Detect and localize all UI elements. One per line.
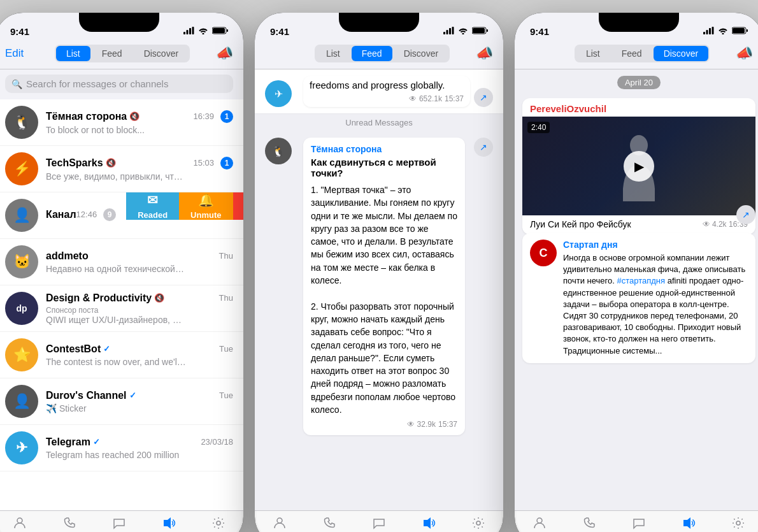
chat-item-telegram[interactable]: ✈ Telegram ✓ 23/03/18 Telegram has reach… — [0, 425, 243, 471]
tab-settings-3[interactable]: Settings — [713, 516, 758, 532]
feed-content-2: ✈ freedoms and progress globally. 👁 652.… — [255, 69, 503, 510]
segment-discover-2[interactable]: Discover — [394, 46, 448, 61]
svg-rect-12 — [449, 28, 451, 34]
chat-name-telegram: Telegram ✓ — [46, 436, 100, 448]
segmented-control-1: List Feed Discover — [55, 45, 190, 62]
chats-icon-2 — [372, 516, 386, 532]
chat-item-swipe: 👤 Канал 12:46 9 — [0, 192, 243, 239]
readed-icon: ✉ — [147, 192, 158, 208]
svg-rect-16 — [487, 29, 488, 32]
tab-calls-2[interactable]: Calls — [304, 516, 354, 532]
tab-calls-3[interactable]: Calls — [564, 516, 614, 532]
startup-content: Стартап дня Иногда в основе огромной ком… — [563, 240, 748, 357]
chat-info-telegram: Telegram ✓ 23/03/18 Telegram has reached… — [46, 436, 233, 460]
chat-time-addmeto: Thu — [219, 251, 233, 261]
chat-name-techsparks: TechSparks 🔇 — [46, 157, 116, 169]
chat-name-addmeto: addmeto — [46, 250, 89, 262]
tab-chats-2[interactable]: Chats — [354, 516, 404, 532]
megaphone-icon-3[interactable]: 📣 — [734, 45, 753, 62]
edit-button-1[interactable]: Edit — [5, 47, 31, 60]
calls-icon-3 — [582, 516, 596, 532]
swipe-delete-btn[interactable]: 🗑 Delete — [233, 192, 244, 220]
avatar-durov: 👤 — [5, 385, 38, 418]
tab-contacts-2[interactable]: Contacts — [255, 516, 304, 532]
unmute-icon: 🔔 — [198, 192, 214, 208]
channels-icon-2 — [422, 516, 436, 532]
channels-icon-3 — [682, 516, 696, 532]
segment-feed-2[interactable]: Feed — [352, 46, 392, 61]
phone-2: 9:41 List Feed — [255, 13, 503, 532]
share-btn-msg[interactable]: ↗ — [474, 138, 493, 157]
avatar-dark-side: 🐧 — [5, 106, 38, 139]
chat-item-durov[interactable]: 👤 Durov's Channel ✓ Tue ✈️ Sticker — [0, 378, 243, 425]
chat-time-techsparks: 15:03 — [193, 158, 214, 168]
tab-chats-1[interactable]: Chats — [94, 516, 144, 532]
segment-discover-3[interactable]: Discover — [654, 46, 708, 61]
play-button[interactable]: ▶ — [624, 151, 654, 182]
tab-chats-3[interactable]: Chats — [614, 516, 664, 532]
startup-avatar: С — [530, 240, 557, 266]
svg-rect-26 — [747, 29, 748, 32]
feed-top-time: 15:37 — [445, 94, 464, 103]
chat-item-contestbot[interactable]: ⭐ ContestBot ✓ Tue The contest is now ov… — [0, 332, 243, 378]
notch-3 — [599, 13, 679, 32]
chat-name-design: Design & Productivity 🔇 — [46, 292, 164, 304]
startup-channel-name: Стартап дня — [563, 240, 748, 250]
wifi-icon-2 — [458, 27, 468, 36]
svg-rect-15 — [473, 28, 485, 33]
search-input-wrap-1[interactable]: 🔍 Search for messages or channels — [5, 75, 233, 93]
chat-item-dark-side[interactable]: 🐧 Тёмная сторона 🔇 16:39 1 — [0, 99, 243, 146]
chats-icon-1 — [112, 516, 126, 532]
chat-name-durov: Durov's Channel ✓ — [46, 390, 136, 401]
search-placeholder-1: Search for messages or channels — [26, 78, 168, 89]
svg-rect-5 — [213, 28, 225, 33]
chat-swipe-content[interactable]: 👤 Канал 12:46 9 — [0, 192, 126, 238]
tab-contacts-1[interactable]: Contacts — [0, 516, 45, 532]
settings-icon-3 — [731, 516, 745, 532]
chat-info-dark-side: Тёмная сторона 🔇 16:39 1 To block or not… — [46, 110, 233, 135]
swipe-unmute-btn[interactable]: 🔔 Unmute — [179, 192, 232, 220]
megaphone-icon-1[interactable]: 📣 — [214, 45, 233, 62]
tab-channels-3[interactable]: Channels — [664, 516, 713, 532]
tab-channels-2[interactable]: Channels — [404, 516, 454, 532]
startup-post[interactable]: С Стартап дня Иногда в основе огромной к… — [522, 233, 755, 363]
swipe-readed-btn[interactable]: ✉ Readed — [126, 192, 179, 220]
share-btn-top[interactable]: ↗ — [474, 88, 493, 107]
tab-settings-2[interactable]: Settings — [454, 516, 503, 532]
chat-time-durov: Tue — [219, 391, 233, 400]
chat-item-techsparks[interactable]: ⚡ TechSparks 🔇 15:03 1 Все — [0, 146, 243, 192]
svg-rect-10 — [443, 32, 445, 34]
channels-icon-1 — [162, 516, 176, 532]
segment-list-2[interactable]: List — [316, 46, 350, 61]
avatar-design: dp — [5, 292, 38, 325]
segment-feed-1[interactable]: Feed — [92, 46, 132, 61]
tab-channels-1[interactable]: Channels — [144, 516, 194, 532]
unread-badge-techsparks: 1 — [220, 157, 233, 169]
svg-point-17 — [277, 518, 282, 523]
calls-icon-1 — [62, 516, 76, 532]
swipe-actions: ✉ Readed 🔔 Unmute 🗑 Delete — [126, 192, 243, 220]
segment-discover-1[interactable]: Discover — [134, 46, 189, 61]
svg-rect-22 — [709, 28, 711, 34]
tab-settings-1[interactable]: Settings — [194, 516, 243, 532]
segment-list-3[interactable]: List — [576, 46, 610, 61]
share-btn-video[interactable]: ↗ — [736, 205, 755, 224]
segment-feed-3[interactable]: Feed — [611, 46, 652, 61]
feed-msg-bubble: Тёмная сторона Как сдвинуться с мертвой … — [303, 138, 465, 435]
svg-point-30 — [736, 521, 740, 525]
chat-info-addmeto: addmeto Thu Недавно на одной технической… — [46, 250, 233, 274]
sponsor-label: Спонсор поста — [46, 306, 233, 315]
tab-contacts-3[interactable]: Contacts — [515, 516, 564, 532]
search-icon-1: 🔍 — [11, 79, 22, 89]
chat-preview-contestbot: The contest is now over, and we'll annou… — [46, 357, 186, 367]
megaphone-icon-2[interactable]: 📣 — [474, 45, 493, 62]
channel-content-3: April 20 PereveliOzvuchil 2:40 ▶ — [515, 69, 758, 510]
wifi-icon-1 — [198, 27, 208, 36]
chat-item-addmeto[interactable]: 🐱 addmeto Thu Недавно на одной техническ… — [0, 239, 243, 285]
chat-item-design[interactable]: dp Design & Productivity 🔇 Thu Спонсор п… — [0, 285, 243, 332]
svg-rect-23 — [712, 27, 714, 34]
segment-list-1[interactable]: List — [56, 46, 90, 61]
tab-calls-1[interactable]: Calls — [45, 516, 94, 532]
verified-icon-contestbot: ✓ — [103, 344, 110, 354]
app-header-3: List Feed Discover 📣 — [515, 41, 758, 69]
